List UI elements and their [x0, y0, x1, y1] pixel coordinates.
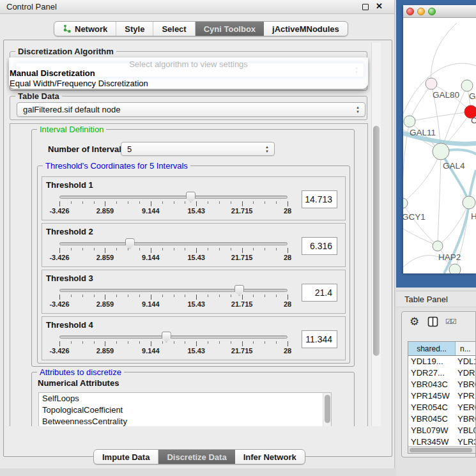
- table-row[interactable]: YPR145WYPR1...: [408, 390, 476, 402]
- threshold-1-slider[interactable]: [59, 196, 288, 199]
- close-icon[interactable]: ✕: [376, 1, 383, 11]
- table-cell: YDL19...: [408, 356, 456, 367]
- GCY1-node[interactable]: [403, 198, 408, 208]
- node-label: GCY1: [403, 212, 426, 222]
- tab-infer-network[interactable]: Infer Network: [235, 450, 305, 464]
- table-panel-toolbar: ⚙ ☑☑: [402, 314, 475, 331]
- tick-label: 28: [284, 347, 291, 355]
- node-label: GAL11: [410, 128, 436, 137]
- algorithm-settings-panel: Interval Definition Number of Intervals …: [10, 123, 368, 426]
- table-cell: YPR145W: [408, 390, 456, 402]
- threshold-2-ticks: [59, 248, 288, 254]
- popup-option-manual-discretization[interactable]: Manual Discretization: [10, 68, 95, 78]
- attribute-list-item[interactable]: SelfLoops: [39, 393, 331, 404]
- node-label: GAL80: [433, 90, 459, 100]
- tab-discretize-data[interactable]: Discretize Data: [158, 450, 234, 464]
- threshold-2-slider[interactable]: [59, 242, 288, 245]
- network-edge[interactable]: [403, 229, 438, 246]
- GAL11-node[interactable]: [404, 116, 415, 127]
- network-edge[interactable]: [438, 151, 441, 246]
- GAL80-node[interactable]: [426, 78, 437, 89]
- table-cell: YDR27...: [408, 367, 456, 379]
- tick-label: 21.715: [231, 347, 253, 355]
- attribute-list-item[interactable]: BetweennessCentrality: [39, 416, 331, 426]
- column-header-shared-name[interactable]: shared...: [408, 342, 456, 355]
- table-row[interactable]: YDR27...YDR2...: [408, 367, 476, 379]
- tick-label: 15.43: [187, 207, 205, 215]
- table-data-combobox[interactable]: galFiltered.sif default node ▲▼: [17, 102, 365, 117]
- network-canvas[interactable]: GAL80GALCGAL11GAL4GCY1HHAP2: [403, 18, 476, 273]
- tab-impute-data[interactable]: Impute Data: [94, 450, 158, 464]
- tick-label: 2.859: [96, 254, 114, 261]
- tick-label: -3.426: [49, 207, 69, 215]
- table-data-group-title: Table Data: [15, 91, 62, 101]
- table-cell: YER0...: [456, 402, 476, 413]
- node-label: GAL4: [443, 161, 465, 171]
- network-edge[interactable]: [403, 151, 441, 203]
- threshold-1-tick-labels: -3.4262.8599.14415.4321.71528: [59, 207, 288, 215]
- network-edge-thick[interactable]: [441, 151, 469, 203]
- tab-cyni-toolbox[interactable]: Cyni Toolbox: [196, 22, 264, 36]
- threshold-2-value-field[interactable]: 6.316: [302, 237, 337, 255]
- tick-label: 21.715: [231, 207, 253, 215]
- combo-arrows-icon: ▲▼: [356, 105, 360, 114]
- threshold-3-label: Threshold 3: [46, 273, 93, 283]
- column-header-name[interactable]: n...: [456, 342, 476, 355]
- tab-jactivemnodules[interactable]: jActiveMNodules: [264, 22, 348, 36]
- threshold-3-panel: Threshold 3 -3.4262.8599.14415.4321.7152…: [42, 270, 346, 314]
- threshold-1-value-field[interactable]: 14.713: [302, 190, 337, 208]
- popup-option-equal-width-frequency[interactable]: Equal Width/Frequency Discretization: [10, 79, 148, 88]
- network-edge[interactable]: [403, 203, 438, 246]
- tick-label: 15.43: [187, 254, 205, 261]
- tick-label: 15.43: [187, 300, 205, 308]
- threshold-1-ticks: [59, 201, 288, 207]
- GAL4-node[interactable]: [433, 143, 449, 160]
- table-horizontal-scrollbar[interactable]: [408, 446, 476, 453]
- threshold-2-label: Threshold 2: [46, 227, 93, 236]
- threshold-3-slider[interactable]: [59, 289, 288, 292]
- table-hscrollbar-thumb[interactable]: [410, 448, 472, 452]
- table-row[interactable]: YBL079WYBL0...: [408, 425, 476, 436]
- gear-icon[interactable]: ⚙: [410, 315, 419, 328]
- threshold-4-slider[interactable]: [59, 335, 288, 339]
- tick-label: 2.859: [96, 347, 114, 355]
- HAP2-node[interactable]: [433, 241, 443, 251]
- number-of-intervals-combobox[interactable]: 5 ▲▼: [121, 142, 275, 156]
- tick-label: -3.426: [49, 347, 69, 355]
- network-edge[interactable]: [431, 23, 457, 84]
- table-row[interactable]: YBR043CYBR0...: [408, 379, 476, 390]
- network-window-titlebar[interactable]: [403, 5, 476, 18]
- threshold-1-panel: Threshold 1 -3.4262.8599.14415.4321.7152…: [42, 176, 346, 220]
- network-edge[interactable]: [410, 112, 471, 121]
- network-edge-thick[interactable]: [444, 203, 469, 273]
- tick-label: 28: [284, 207, 291, 215]
- tab-style[interactable]: Style: [116, 22, 153, 36]
- tab-network[interactable]: Network: [54, 22, 116, 36]
- table-row[interactable]: YBR045CYBR0...: [408, 413, 476, 425]
- table-row[interactable]: YDL19...YDL1...: [408, 356, 476, 367]
- select-columns-icon[interactable]: ☑☑: [445, 318, 456, 326]
- table-row[interactable]: YER054CYER0...: [408, 402, 476, 413]
- zoom-traffic-light-icon[interactable]: [428, 8, 436, 15]
- threshold-3-value-field[interactable]: 21.4: [302, 284, 337, 302]
- tick-label: -3.426: [49, 300, 69, 308]
- tick-label: 9.144: [142, 207, 160, 215]
- H-node[interactable]: [463, 196, 475, 209]
- tick-label: 15.43: [187, 347, 205, 355]
- columns-icon[interactable]: [427, 316, 438, 330]
- attributes-list-scrollbar[interactable]: [323, 393, 331, 426]
- cyni-toolbox-panel: Discretization Algorithm ▲▼ Select algor…: [3, 40, 392, 457]
- close-traffic-light-icon[interactable]: [406, 8, 414, 15]
- threshold-4-value-field[interactable]: 11.344: [302, 330, 337, 348]
- network-edge[interactable]: [410, 84, 431, 121]
- float-window-icon[interactable]: [362, 4, 369, 10]
- settings-scrollbar-thumb[interactable]: [373, 126, 380, 356]
- tab-select[interactable]: Select: [153, 22, 195, 36]
- attribute-list-item[interactable]: TopologicalCoefficient: [39, 404, 331, 416]
- table-cell: YDR2...: [456, 367, 476, 379]
- minimize-traffic-light-icon[interactable]: [417, 8, 425, 15]
- bottom-node[interactable]: [449, 264, 461, 273]
- settings-scrollbar[interactable]: [371, 43, 381, 426]
- interval-definition-title: Interval Definition: [37, 125, 106, 134]
- top-right-node[interactable]: [461, 80, 473, 91]
